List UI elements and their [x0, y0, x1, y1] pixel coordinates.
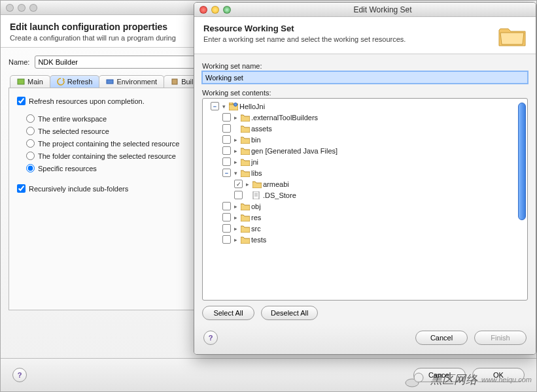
- folder-icon: [241, 125, 250, 133]
- tree-checkbox[interactable]: [222, 135, 231, 144]
- refresh-icon: [57, 78, 65, 86]
- tree-row[interactable]: ▸bin: [204, 134, 526, 145]
- close-icon[interactable]: [199, 6, 207, 14]
- radio-folder-containing-label: The folder containing the selected resou…: [38, 152, 176, 160]
- chevron-right-icon[interactable]: ▸: [232, 214, 239, 221]
- chevron-right-icon[interactable]: ▸: [232, 114, 239, 121]
- radio-project-containing-input[interactable]: [26, 139, 35, 148]
- tree-label: .externalToolBuilders: [251, 114, 318, 122]
- tree-row[interactable]: ▾HelloJni: [204, 101, 526, 112]
- tab-environment[interactable]: Environment: [99, 75, 164, 88]
- folder-icon: [241, 203, 250, 210]
- zoom-icon[interactable]: [223, 6, 231, 14]
- radio-folder-containing-input[interactable]: [26, 152, 35, 160]
- tree-checkbox[interactable]: [222, 202, 231, 210]
- tree-checkbox[interactable]: [222, 146, 231, 155]
- recursive-include-checkbox[interactable]: [17, 184, 26, 193]
- chevron-right-icon[interactable]: ▸: [232, 225, 239, 232]
- help-button[interactable]: ?: [203, 331, 218, 345]
- working-set-name-label: Working set name:: [202, 62, 528, 70]
- tree-checkbox[interactable]: [222, 169, 231, 177]
- tree-row[interactable]: ▸armeabi: [204, 178, 526, 189]
- chevron-right-icon[interactable]: ▸: [232, 136, 239, 143]
- tab-refresh[interactable]: Refresh: [50, 75, 100, 88]
- project-icon: [229, 103, 238, 110]
- tab-refresh-label: Refresh: [67, 78, 93, 86]
- front-body: Working set name: Working set contents: …: [194, 54, 536, 324]
- radio-specific-resources-label: Specific resources: [38, 165, 97, 172]
- help-button[interactable]: ?: [12, 368, 27, 382]
- tree-checkbox[interactable]: [222, 124, 231, 133]
- tab-environment-label: Environment: [116, 78, 157, 86]
- svg-rect-2: [172, 79, 177, 84]
- file-icon: [252, 191, 262, 199]
- tree-checkbox[interactable]: [211, 102, 219, 110]
- folder-icon: [241, 236, 250, 244]
- front-titlebar: Edit Working Set: [194, 3, 536, 17]
- tree-label: gen [Generated Java Files]: [251, 147, 338, 155]
- tree-checkbox[interactable]: [234, 191, 243, 199]
- minimize-icon[interactable]: [18, 4, 26, 12]
- tree-checkbox[interactable]: [222, 157, 231, 166]
- chevron-right-icon[interactable]: ▸: [244, 180, 251, 188]
- tree-checkbox[interactable]: [222, 224, 231, 233]
- tree-row[interactable]: ▸jni: [204, 156, 526, 167]
- tree-label: libs: [251, 169, 262, 177]
- minimize-icon[interactable]: [211, 6, 219, 14]
- ok-button[interactable]: OK: [472, 368, 525, 382]
- chevron-down-icon[interactable]: ▾: [220, 103, 228, 110]
- tree-label: HelloJni: [239, 103, 265, 110]
- cancel-button[interactable]: Cancel: [415, 331, 468, 345]
- folder-icon: [241, 169, 250, 177]
- main-icon: [17, 78, 25, 86]
- refresh-upon-completion-checkbox[interactable]: [17, 97, 26, 105]
- zoom-icon[interactable]: [29, 4, 37, 12]
- chevron-down-icon[interactable]: ▾: [232, 169, 239, 176]
- folder-icon: [241, 136, 250, 144]
- chevron-right-icon[interactable]: ▸: [232, 236, 239, 243]
- radio-entire-workspace-input[interactable]: [26, 114, 35, 123]
- tree-row[interactable]: .DS_Store: [204, 189, 526, 201]
- tree-twisty-none: [232, 125, 239, 132]
- tree-row[interactable]: ▸res: [204, 212, 526, 223]
- folder-icon: [241, 147, 250, 155]
- tree-container[interactable]: ▾HelloJni▸.externalToolBuildersassets▸bi…: [202, 98, 528, 301]
- chevron-right-icon[interactable]: ▸: [232, 158, 239, 165]
- svg-rect-1: [107, 80, 113, 84]
- folder-icon: [241, 225, 250, 233]
- cancel-button[interactable]: Cancel: [413, 368, 466, 382]
- dialog-heading: Resource Working Set: [203, 24, 491, 33]
- tree-label: jni: [251, 158, 258, 166]
- svg-rect-0: [18, 79, 24, 84]
- tab-main[interactable]: Main: [10, 75, 50, 88]
- tree-row[interactable]: ▸tests: [204, 234, 526, 245]
- close-icon[interactable]: [6, 4, 14, 12]
- tree-row[interactable]: ▸obj: [204, 201, 526, 212]
- tree-label: assets: [251, 125, 272, 133]
- working-set-name-input[interactable]: [202, 71, 528, 84]
- tree-row[interactable]: ▾libs: [204, 167, 526, 178]
- radio-specific-resources-input[interactable]: [26, 164, 35, 172]
- name-label: Name:: [9, 58, 29, 66]
- tree-row[interactable]: assets: [204, 123, 526, 134]
- tree-row[interactable]: ▸.externalToolBuilders: [204, 112, 526, 123]
- tree-row[interactable]: ▸src: [204, 223, 526, 234]
- working-set-contents-label: Working set contents:: [202, 89, 528, 97]
- tree-checkbox[interactable]: [222, 213, 231, 221]
- radio-selected-resource-input[interactable]: [26, 127, 35, 135]
- select-all-button[interactable]: Select All: [202, 306, 254, 320]
- front-header: Resource Working Set Enter a working set…: [194, 17, 536, 54]
- tree-label: .DS_Store: [263, 191, 296, 199]
- tree-label: bin: [251, 136, 261, 144]
- tree-checkbox[interactable]: [234, 180, 243, 188]
- tree-checkbox[interactable]: [222, 235, 231, 244]
- tree-checkbox[interactable]: [222, 113, 231, 122]
- deselect-all-button[interactable]: Deselect All: [261, 306, 318, 320]
- svg-rect-6: [253, 191, 259, 199]
- chevron-right-icon[interactable]: ▸: [232, 203, 239, 210]
- finish-button[interactable]: Finish: [474, 331, 527, 345]
- tree-row[interactable]: ▸gen [Generated Java Files]: [204, 145, 526, 156]
- scrollbar-thumb[interactable]: [518, 103, 526, 220]
- chevron-right-icon[interactable]: ▸: [232, 147, 239, 154]
- tab-main-label: Main: [27, 78, 43, 86]
